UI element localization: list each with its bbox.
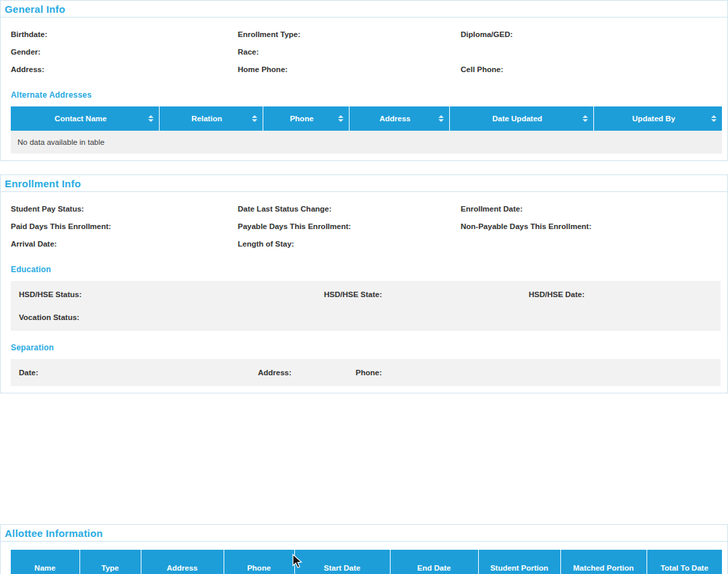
large-gap: [0, 393, 728, 524]
enrollment-info-section: Enrollment Info Student Pay Status: Date…: [0, 174, 728, 393]
col-header-phone[interactable]: Phone: [224, 550, 294, 574]
field-paid-days: Paid Days This Enrollment:: [11, 218, 238, 235]
enrollment-info-title: Enrollment Info: [1, 175, 727, 192]
general-info-section: General Info Birthdate: Enrollment Type:…: [0, 0, 728, 161]
col-header-relation[interactable]: Relation: [159, 106, 263, 131]
sort-icon: [338, 115, 343, 122]
field-empty: [461, 43, 721, 61]
field-separation-phone: Phone:: [356, 361, 721, 384]
field-empty: [529, 306, 721, 329]
allottee-table: Name Type Address Phone Start Date End D…: [11, 550, 722, 574]
allottee-information-section: Allottee Information Name Type Address P…: [0, 524, 728, 574]
col-header-type[interactable]: Type: [79, 550, 141, 574]
field-non-payable-days: Non-Payable Days This Enrollment:: [461, 218, 721, 235]
field-separation-date: Date:: [19, 361, 258, 384]
separation-title: Separation: [11, 343, 721, 352]
field-hsd-status: HSD/HSE Status:: [19, 283, 324, 306]
field-cell-phone: Cell Phone:: [461, 61, 721, 78]
alternate-addresses-table: Contact Name Relation Phone Address: [11, 106, 722, 154]
field-hsd-date: HSD/HSE Date:: [529, 283, 721, 306]
sort-icon: [438, 115, 444, 122]
alternate-addresses-title: Alternate Addresses: [11, 90, 721, 100]
allottee-information-body: Name Type Address Phone Start Date End D…: [1, 542, 727, 574]
education-row-2: Vocation Status:: [19, 306, 721, 329]
field-enrollment-type: Enrollment Type:: [238, 26, 461, 43]
field-home-phone: Home Phone:: [238, 61, 461, 78]
field-address: Address:: [11, 61, 238, 78]
no-data-message: No data available in table: [11, 131, 722, 154]
field-empty: [461, 235, 721, 253]
enrollment-info-fields: Student Pay Status: Date Last Status Cha…: [11, 200, 721, 253]
col-header-updated-by[interactable]: Updated By: [593, 106, 722, 131]
general-info-body: Birthdate: Enrollment Type: Diploma/GED:…: [1, 18, 727, 160]
section-gap: [0, 161, 728, 174]
field-separation-address: Address:: [258, 361, 356, 384]
field-vocation-status: Vocation Status:: [19, 306, 324, 329]
col-header-end-date[interactable]: End Date: [390, 550, 478, 574]
field-race: Race:: [238, 43, 461, 61]
col-header-address[interactable]: Address: [141, 550, 224, 574]
enrollment-info-body: Student Pay Status: Date Last Status Cha…: [1, 192, 727, 393]
separation-row: Date: Address: Phone:: [19, 361, 721, 384]
education-row-1: HSD/HSE Status: HSD/HSE State: HSD/HSE D…: [19, 283, 721, 306]
education-block: HSD/HSE Status: HSD/HSE State: HSD/HSE D…: [11, 281, 721, 331]
field-date-last-status-change: Date Last Status Change:: [238, 200, 461, 218]
field-length-of-stay: Length of Stay:: [238, 235, 461, 253]
col-header-start-date[interactable]: Start Date: [294, 550, 390, 574]
empty-table-row: No data available in table: [11, 131, 722, 154]
field-student-pay-status: Student Pay Status:: [11, 200, 238, 218]
col-header-address[interactable]: Address: [349, 106, 449, 131]
sort-icon: [252, 115, 257, 122]
allottee-information-title: Allottee Information: [1, 525, 727, 542]
field-arrival-date: Arrival Date:: [11, 235, 238, 253]
col-header-contact-name[interactable]: Contact Name: [11, 106, 159, 131]
col-header-date-updated[interactable]: Date Updated: [449, 106, 593, 131]
alternate-addresses-header-row: Contact Name Relation Phone Address: [11, 106, 722, 131]
sort-icon: [148, 115, 154, 122]
field-birthdate: Birthdate:: [11, 26, 238, 43]
field-diploma-ged: Diploma/GED:: [461, 26, 721, 43]
col-header-matched-portion[interactable]: Matched Portion: [560, 550, 647, 574]
col-header-total-to-date[interactable]: Total To Date: [647, 550, 722, 574]
general-info-fields: Birthdate: Enrollment Type: Diploma/GED:…: [11, 26, 721, 78]
general-info-title: General Info: [1, 1, 727, 18]
sort-icon: [711, 115, 717, 122]
field-hsd-state: HSD/HSE State:: [324, 283, 529, 306]
col-header-name[interactable]: Name: [11, 550, 79, 574]
col-header-phone[interactable]: Phone: [263, 106, 349, 131]
field-gender: Gender:: [11, 43, 238, 61]
field-payable-days: Payable Days This Enrollment:: [238, 218, 461, 235]
education-title: Education: [11, 265, 721, 274]
sort-icon: [583, 115, 588, 122]
col-header-student-portion[interactable]: Student Portion: [478, 550, 560, 574]
field-empty: [324, 306, 529, 329]
allottee-header-row: Name Type Address Phone Start Date End D…: [11, 550, 722, 574]
separation-block: Date: Address: Phone:: [11, 359, 721, 386]
field-enrollment-date: Enrollment Date:: [461, 200, 721, 218]
